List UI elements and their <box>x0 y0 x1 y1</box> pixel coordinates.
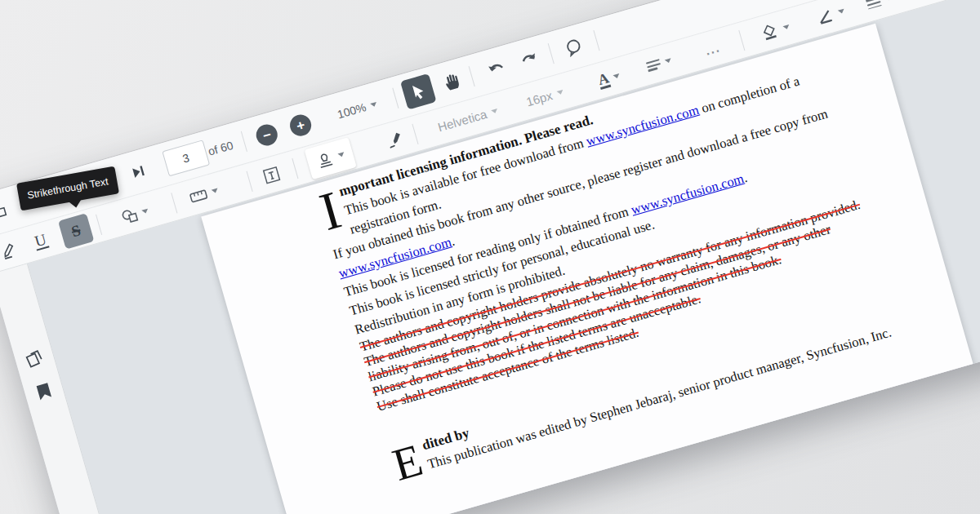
chevron-down-icon <box>491 109 498 114</box>
chevron-down-icon <box>212 188 219 194</box>
toolbar-divider <box>593 30 599 51</box>
font-family-value: Helvetica <box>436 107 488 134</box>
comment-bubble-icon <box>563 36 585 58</box>
toolbar-divider <box>738 30 745 51</box>
chevron-down-icon <box>141 208 149 214</box>
toolbar-divider <box>548 43 555 64</box>
free-text-tool-button[interactable] <box>261 165 282 185</box>
stamp-icon <box>314 149 336 170</box>
text-align-dropdown[interactable] <box>645 54 673 73</box>
zoom-level-dropdown[interactable]: 100% <box>336 97 378 121</box>
stroke-color-dropdown[interactable] <box>814 3 847 25</box>
toolbar-divider <box>241 131 247 152</box>
toolbar-divider <box>292 157 298 178</box>
fill-color-icon <box>760 22 782 42</box>
comment-button[interactable] <box>563 36 585 58</box>
font-color-dropdown[interactable]: A <box>596 67 622 90</box>
font-size-dropdown[interactable]: 16px <box>524 85 564 109</box>
zoom-in-button[interactable]: + <box>287 113 314 139</box>
minus-icon: − <box>254 122 280 148</box>
undo-icon <box>486 60 507 78</box>
measure-dropdown-button[interactable] <box>188 184 220 204</box>
text-align-icon <box>645 57 662 74</box>
page-number-field[interactable] <box>162 140 210 176</box>
strikethrough-icon: S <box>69 221 82 241</box>
thickness-dropdown[interactable] <box>865 0 893 11</box>
undo-button[interactable] <box>486 60 507 78</box>
ruler-icon <box>188 187 209 204</box>
redo-button[interactable] <box>519 51 540 69</box>
page-number-input[interactable] <box>162 140 210 176</box>
highlight-tool-button[interactable] <box>0 240 19 260</box>
organize-pages-button[interactable] <box>22 347 47 371</box>
font-color-icon: A <box>596 70 611 90</box>
text-properties-more-button[interactable]: ... <box>703 40 721 57</box>
strikethrough-tool-button[interactable]: S <box>58 213 95 250</box>
pages-copy-icon <box>22 347 47 371</box>
tooltip-label: Strikethrough Text <box>26 175 109 201</box>
chevron-down-icon <box>838 9 845 15</box>
font-size-value: 16px <box>524 88 554 109</box>
zoom-out-button[interactable]: − <box>254 122 280 148</box>
thickness-icon <box>865 0 882 11</box>
ink-pen-icon <box>384 128 406 150</box>
pdf-viewer-app: of 60 − + 100% <box>0 0 980 514</box>
line-stroke-icon <box>814 7 835 25</box>
highlight-pen-icon <box>0 240 19 260</box>
fill-color-dropdown[interactable] <box>760 19 792 42</box>
page-count-label: of 60 <box>207 139 234 158</box>
chevron-down-icon <box>665 58 672 64</box>
ink-tool-button[interactable] <box>384 128 406 150</box>
pan-tool-button[interactable] <box>441 71 461 93</box>
toolbar-divider <box>96 214 102 234</box>
underline-icon: U <box>32 231 49 251</box>
shapes-dropdown-button[interactable] <box>119 202 150 225</box>
toolbar-divider <box>469 66 475 86</box>
chevron-down-icon <box>884 0 892 1</box>
text-selection-tool-button[interactable] <box>400 73 437 110</box>
hand-icon <box>441 71 461 93</box>
last-page-icon <box>130 164 147 180</box>
font-family-dropdown[interactable]: Helvetica <box>436 104 499 134</box>
chevron-down-icon <box>782 24 790 30</box>
free-text-icon <box>261 165 282 185</box>
bookmark-panel-button[interactable] <box>33 379 56 403</box>
toolbar-divider <box>246 171 252 191</box>
toolbar-divider <box>392 88 399 109</box>
last-page-button[interactable] <box>130 164 147 180</box>
underline-tool-button[interactable]: U <box>32 231 49 251</box>
open-file-button[interactable] <box>0 202 8 222</box>
shapes-icon <box>119 206 139 225</box>
toolbar-divider <box>412 123 418 144</box>
chevron-down-icon <box>337 152 345 157</box>
redo-icon <box>519 51 540 69</box>
plus-icon: + <box>287 113 314 139</box>
toolbar-divider <box>171 193 177 213</box>
chevron-down-icon <box>612 73 620 79</box>
cursor-icon <box>409 82 428 101</box>
chevron-down-icon <box>370 101 377 107</box>
chevron-down-icon <box>556 90 564 95</box>
bookmark-icon <box>33 379 56 403</box>
zoom-level-value: 100% <box>336 100 368 121</box>
folder-open-icon <box>0 202 8 222</box>
